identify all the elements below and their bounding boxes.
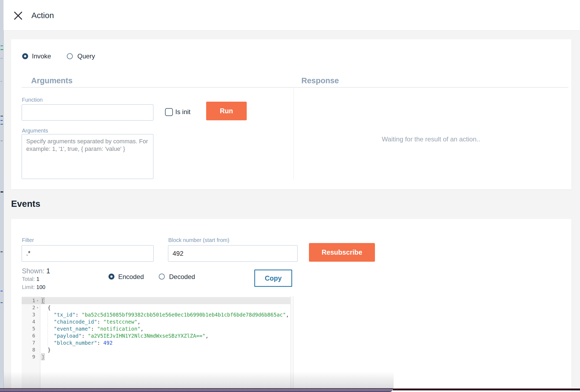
code-line-content: "tx_id": "ba52c5d15085bf99382cbb501e56e0… — [40, 311, 289, 318]
window-bottom-bar — [0, 388, 393, 392]
line-number-cell: 6 — [22, 332, 40, 339]
code-token: "event_name" — [54, 326, 91, 332]
indent-guide — [48, 332, 48, 339]
is-init-label[interactable]: Is init — [175, 108, 190, 116]
arguments-section-title: Arguments — [31, 76, 72, 85]
line-number-cell: 2▾ — [22, 304, 40, 311]
code-line[interactable]: 9] — [22, 353, 291, 360]
fold-arrow-icon[interactable]: ▾ — [35, 304, 40, 311]
response-waiting-text: Waiting for the result of an action.. — [294, 135, 568, 143]
code-token: : — [91, 326, 97, 332]
code-editor-lines: 1▾[2▾ {3 "tx_id": "ba52c5d15085bf99382cb… — [22, 297, 291, 360]
editor-scrollbar[interactable] — [291, 296, 294, 389]
decoded-radio[interactable] — [159, 274, 165, 280]
line-number: 2 — [32, 304, 35, 311]
code-line-content: "block_number": 492 — [40, 339, 113, 346]
invoke-radio-label[interactable]: Invoke — [32, 52, 51, 60]
line-number: 3 — [32, 311, 35, 318]
drawer-header — [4, 0, 580, 31]
underlying-fragment — [1, 49, 3, 50]
line-number-cell: 3 — [22, 311, 40, 318]
line-number-cell: 9 — [22, 353, 40, 360]
code-token: [ — [41, 298, 44, 304]
underlying-fragment — [1, 191, 3, 192]
events-section-title: Events — [11, 199, 40, 209]
underlying-fragment — [1, 120, 3, 121]
function-input[interactable] — [22, 104, 153, 121]
is-init-checkbox[interactable] — [165, 108, 173, 116]
code-token: : — [97, 319, 103, 325]
code-token: ] — [41, 354, 44, 360]
page-title: Action — [31, 11, 54, 20]
code-token: { — [41, 305, 51, 311]
filter-label: Filter — [22, 237, 34, 243]
line-number-cell: 4 — [22, 318, 40, 325]
indent-guide — [48, 311, 48, 318]
decoded-radio-label[interactable]: Decoded — [169, 273, 195, 281]
encoded-radio-label[interactable]: Encoded — [118, 273, 144, 281]
code-token: "testccnew" — [103, 319, 137, 325]
copy-button[interactable]: Copy — [254, 270, 292, 287]
code-token: : — [75, 312, 82, 318]
function-label: Function — [22, 97, 43, 103]
block-number-input[interactable] — [168, 245, 298, 262]
underlying-fragment — [1, 141, 3, 141]
code-token: } — [41, 347, 51, 353]
line-number: 5 — [32, 325, 35, 332]
code-line[interactable]: 5 "event_name": "notification", — [22, 325, 291, 332]
underlying-fragment — [1, 302, 3, 303]
encoded-radio[interactable] — [108, 274, 114, 280]
line-number: 9 — [32, 353, 35, 360]
arguments-label: Arguments — [22, 128, 48, 134]
arguments-textarea[interactable] — [22, 134, 153, 179]
line-number: 1 — [32, 297, 35, 304]
line-number: 6 — [32, 332, 35, 339]
code-line-content: "event_name": "notification", — [40, 325, 144, 332]
block-number-label: Block number (start from) — [168, 237, 229, 243]
events-code-editor[interactable]: 1▾[2▾ {3 "tx_id": "ba52c5d15085bf99382cb… — [22, 296, 294, 389]
limit-label: Limit: — [22, 284, 35, 290]
code-line-content: "chaincode_id": "testccnew", — [40, 318, 140, 325]
limit-stat: Limit: 100 — [22, 284, 45, 290]
resubscribe-button[interactable]: Resubscribe — [309, 243, 375, 262]
code-line[interactable]: 7 "block_number": 492 — [22, 339, 291, 346]
code-token: "tx_id" — [54, 312, 75, 318]
fold-arrow-icon[interactable]: ▾ — [35, 297, 40, 304]
query-radio[interactable] — [67, 53, 73, 59]
line-number-cell: 1▾ — [22, 297, 40, 304]
query-radio-label[interactable]: Query — [77, 52, 95, 60]
underlying-fragment — [1, 45, 3, 46]
section-underline — [22, 87, 568, 88]
shown-label: Shown: — [22, 267, 44, 275]
filter-input[interactable] — [22, 245, 154, 262]
code-line-content: { — [40, 304, 51, 311]
code-line-content: ] — [40, 353, 44, 360]
code-line[interactable]: 8 } — [22, 346, 291, 353]
code-line[interactable]: 4 "chaincode_id": "testccnew", — [22, 318, 291, 325]
code-token: 492 — [103, 340, 113, 346]
code-line-content: "payload": "a2V5IEJvIHN1Y2Nlc3NmdWxseSBz… — [40, 332, 209, 339]
code-token: , — [137, 319, 140, 325]
code-line[interactable]: 3 "tx_id": "ba52c5d15085bf99382cbb501e56… — [22, 311, 291, 318]
shown-stat: Shown: 1 — [22, 267, 50, 275]
line-number: 4 — [32, 318, 35, 325]
invoke-radio[interactable] — [22, 53, 28, 59]
code-line[interactable]: 1▾[ — [22, 297, 291, 304]
code-line-content: [ — [40, 297, 44, 304]
window-bottom-edge — [393, 388, 580, 390]
underlying-page-strip — [0, 0, 4, 392]
close-icon[interactable] — [13, 11, 23, 21]
line-number-cell: 7 — [22, 339, 40, 346]
code-token: "notification" — [97, 326, 140, 332]
line-number: 8 — [32, 346, 35, 353]
code-token: , — [205, 333, 208, 339]
run-button[interactable]: Run — [206, 102, 247, 120]
underlying-fragment — [1, 251, 3, 252]
code-line[interactable]: 6 "payload": "a2V5IEJvIHN1Y2Nlc3NmdWxseS… — [22, 332, 291, 339]
code-token: "block_number" — [54, 340, 97, 346]
code-line[interactable]: 2▾ { — [22, 304, 291, 311]
indent-guide — [48, 318, 48, 325]
total-label: Total: — [22, 276, 35, 282]
underlying-fragment — [1, 291, 3, 291]
code-token: : — [82, 333, 88, 339]
